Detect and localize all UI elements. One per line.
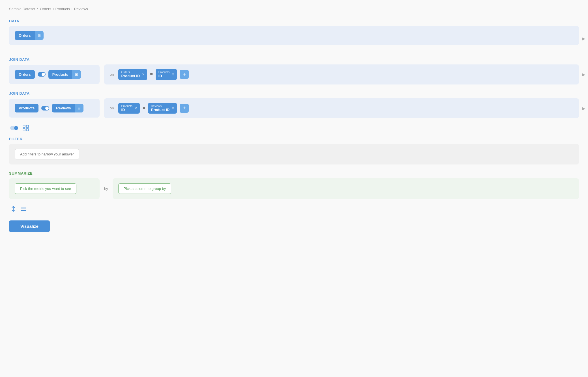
- svg-point-1: [14, 126, 18, 130]
- join2-right-grid-icon[interactable]: ⊞: [75, 104, 83, 112]
- svg-rect-2: [23, 125, 25, 127]
- join1-label: Join data: [9, 57, 579, 62]
- pick-groupby-button[interactable]: Pick a column to group by: [118, 183, 171, 194]
- bottom-tools-row: [9, 206, 579, 212]
- filter-section-label: Filter: [9, 137, 579, 141]
- join2-left-condition-value: ID: [121, 108, 132, 112]
- filter-panel: Add filters to narrow your answer: [9, 144, 579, 164]
- join2-equals: =: [143, 106, 145, 111]
- join1-left-condition-close[interactable]: ×: [142, 72, 144, 77]
- join2-on-label: on: [110, 106, 114, 110]
- join1-left-condition-value: Product ID: [121, 74, 140, 78]
- join2-right-condition-value: Product ID: [151, 108, 169, 112]
- join2-left-condition-close[interactable]: ×: [135, 106, 137, 110]
- query-name: Orders + Products + Reviews: [40, 7, 88, 11]
- svg-rect-5: [26, 129, 29, 131]
- svg-rect-4: [23, 129, 25, 131]
- breadcrumb: Sample Dataset • Orders + Products + Rev…: [9, 7, 579, 11]
- join2-left-table-btn[interactable]: Products: [15, 104, 38, 112]
- data-section-label: Data: [9, 19, 579, 23]
- by-label: by: [104, 187, 108, 191]
- data-section-arrow: ▶: [582, 36, 585, 41]
- join2-tables-panel: Products Reviews ⊞: [9, 99, 100, 118]
- join2-left-condition-title: Products: [121, 105, 132, 108]
- visualize-button[interactable]: Visualize: [9, 220, 50, 232]
- join2-label: Join data: [9, 91, 579, 96]
- join1-on-label: on: [110, 72, 114, 77]
- join1-left-condition-title: Orders: [121, 71, 140, 74]
- join-grid-tool[interactable]: [23, 125, 29, 131]
- data-section: Data Orders ⊞ ▶: [9, 19, 579, 51]
- join1-right-condition-title: Products: [158, 71, 169, 74]
- join1-right-grid-icon[interactable]: ⊞: [72, 70, 81, 79]
- join2-left-table-label[interactable]: Products: [15, 104, 38, 112]
- join2-section: Join data Products Reviews ⊞ on Products…: [9, 91, 579, 118]
- summarize-groupby-panel: Pick a column to group by: [113, 178, 579, 199]
- join1-right-condition-close[interactable]: ×: [172, 72, 174, 77]
- join2-add-condition-btn[interactable]: +: [180, 104, 189, 113]
- join1-equals: =: [150, 72, 153, 77]
- join2-right-table-btn[interactable]: Reviews ⊞: [52, 104, 83, 112]
- orders-grid-icon[interactable]: ⊞: [35, 31, 44, 40]
- dataset-name: Sample Dataset: [9, 7, 35, 11]
- join1-tables-panel: Orders Products ⊞: [9, 65, 100, 84]
- breadcrumb-separator: •: [37, 7, 38, 11]
- join1-left-table-btn[interactable]: Orders: [15, 70, 35, 79]
- filter-section: Filter Add filters to narrow your answer: [9, 137, 579, 164]
- join1-left-table-label[interactable]: Orders: [15, 70, 35, 79]
- join2-right-table-label[interactable]: Reviews: [52, 104, 75, 112]
- summarize-section: Summarize Pick the metric you want to se…: [9, 171, 579, 199]
- sort-tool[interactable]: [10, 206, 16, 212]
- join2-right-condition[interactable]: Reviews Product ID ×: [148, 103, 177, 114]
- orders-table-btn[interactable]: Orders ⊞: [15, 31, 44, 40]
- svg-rect-3: [26, 125, 29, 127]
- join1-add-condition-btn[interactable]: +: [180, 70, 189, 79]
- join1-conditions-panel: on Orders Product ID × = Products ID × +: [104, 64, 579, 84]
- data-panel: Orders ⊞: [9, 26, 579, 45]
- join1-right-condition-value: ID: [158, 74, 169, 78]
- join-toggle-tool[interactable]: [10, 125, 19, 131]
- orders-table-label[interactable]: Orders: [15, 31, 35, 40]
- join2-right-condition-title: Reviews: [151, 105, 169, 108]
- join1-left-condition[interactable]: Orders Product ID ×: [118, 69, 147, 80]
- join1-arrow: ▶: [582, 72, 585, 77]
- join2-conditions-panel: on Products ID × = Reviews Product ID × …: [104, 98, 579, 118]
- join1-toggle-icon[interactable]: [38, 72, 46, 77]
- join2-right-condition-close[interactable]: ×: [172, 106, 174, 110]
- join1-right-table-btn[interactable]: Products ⊞: [48, 70, 81, 79]
- join1-section: Join data Orders Products ⊞ on Orders Pr…: [9, 57, 579, 84]
- add-filter-button[interactable]: Add filters to narrow your answer: [15, 149, 79, 159]
- join2-arrow: ▶: [582, 105, 585, 111]
- join2-toggle-icon[interactable]: [41, 106, 49, 110]
- list-tool[interactable]: [20, 206, 27, 211]
- pick-metric-button[interactable]: Pick the metric you want to see: [15, 183, 76, 194]
- summarize-metric-panel: Pick the metric you want to see: [9, 178, 100, 199]
- join1-right-table-label[interactable]: Products: [48, 70, 72, 79]
- summarize-row: Pick the metric you want to see by Pick …: [9, 178, 579, 199]
- summarize-section-label: Summarize: [9, 171, 579, 176]
- join2-left-condition[interactable]: Products ID ×: [118, 103, 140, 114]
- join1-right-condition[interactable]: Products ID ×: [156, 69, 177, 80]
- join-tools-row: [9, 125, 579, 131]
